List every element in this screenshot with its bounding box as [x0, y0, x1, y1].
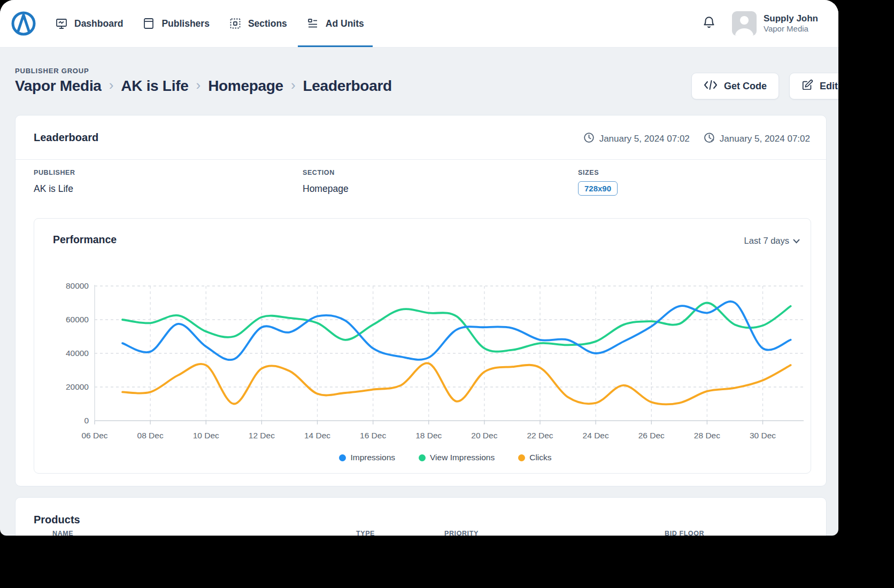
ad-unit-card: Leaderboard January 5, 2024 07:02 Janua	[15, 115, 827, 486]
nav-item-publishers[interactable]: Publishers	[142, 0, 209, 47]
legend-item-view-impressions[interactable]: View Impressions	[419, 453, 495, 462]
breadcrumb: Vapor Media › AK is Life › Homepage › Le…	[15, 78, 392, 95]
chevron-right-icon: ›	[109, 77, 114, 94]
svg-text:40000: 40000	[66, 349, 89, 358]
legend-item-clicks[interactable]: Clicks	[518, 453, 551, 462]
header-actions: Get Code Edit	[691, 73, 838, 99]
nav-item-label: Sections	[248, 18, 287, 29]
svg-text:60000: 60000	[66, 315, 89, 324]
notifications-bell-icon[interactable]	[702, 16, 716, 32]
updated-timestamp: January 5, 2024 07:02	[704, 132, 810, 146]
nav-item-label: Ad Units	[326, 18, 364, 29]
products-title: Products	[34, 514, 80, 526]
app-window: Dashboard Publishers Sec	[0, 0, 838, 536]
column-header-type: TYPE	[356, 530, 375, 536]
sections-icon	[229, 17, 242, 30]
user-name: Supply John	[764, 13, 838, 24]
section-label: SECTION	[303, 169, 349, 176]
products-table-header: NAME TYPE PRIORITY BID FLOOR	[16, 530, 826, 536]
clock-icon	[583, 132, 595, 146]
nav-item-dashboard[interactable]: Dashboard	[55, 0, 123, 47]
svg-text:08 Dec: 08 Dec	[137, 431, 164, 440]
sizes-label: SIZES	[578, 169, 618, 176]
nav-right: Supply John Vapor Media	[702, 0, 838, 47]
edit-button[interactable]: Edit	[789, 73, 838, 99]
dashboard-icon	[55, 17, 68, 30]
publisher-group-label: PUBLISHER GROUP	[15, 67, 89, 75]
performance-chart: 06 Dec08 Dec10 Dec12 Dec14 Dec16 Dec18 D…	[34, 219, 812, 474]
created-timestamp: January 5, 2024 07:02	[583, 132, 690, 146]
svg-text:14 Dec: 14 Dec	[304, 431, 330, 440]
legend-dot	[419, 454, 426, 461]
svg-text:18 Dec: 18 Dec	[415, 431, 442, 440]
breadcrumb-section[interactable]: Homepage	[208, 78, 283, 95]
get-code-label: Get Code	[724, 81, 767, 92]
section-value: Homepage	[303, 183, 349, 195]
sizes-field: SIZES 728x90	[578, 169, 618, 196]
products-card: Products NAME TYPE PRIORITY BID FLOOR	[15, 497, 827, 536]
publisher-field: PUBLISHER AK is Life	[34, 169, 75, 195]
svg-text:22 Dec: 22 Dec	[527, 431, 553, 440]
logo-icon	[11, 11, 36, 36]
column-header-name: NAME	[52, 530, 73, 536]
app-logo[interactable]	[11, 11, 36, 36]
svg-text:0: 0	[84, 416, 89, 425]
clock-edit-icon	[704, 132, 715, 146]
card-divider	[16, 159, 826, 160]
nav-item-sections[interactable]: Sections	[229, 0, 287, 47]
svg-text:20000: 20000	[66, 382, 89, 391]
user-menu[interactable]: Supply John Vapor Media	[764, 13, 838, 34]
legend-label: View Impressions	[430, 453, 495, 462]
svg-text:30 Dec: 30 Dec	[750, 431, 776, 440]
column-header-priority: PRIORITY	[444, 530, 479, 536]
updated-timestamp-value: January 5, 2024 07:02	[720, 134, 810, 144]
legend-dot	[518, 454, 525, 461]
column-header-bid-floor: BID FLOOR	[665, 530, 704, 536]
legend-label: Clicks	[529, 453, 551, 462]
section-field: SECTION Homepage	[303, 169, 349, 195]
edit-icon	[801, 79, 813, 94]
ad-units-icon	[306, 17, 319, 30]
breadcrumb-publisher-group[interactable]: Vapor Media	[15, 78, 102, 95]
legend-item-impressions[interactable]: Impressions	[339, 453, 395, 462]
top-nav: Dashboard Publishers Sec	[0, 0, 838, 48]
publishers-icon	[142, 17, 155, 30]
code-icon	[704, 80, 718, 93]
svg-text:16 Dec: 16 Dec	[360, 431, 386, 440]
publisher-label: PUBLISHER	[34, 169, 75, 176]
created-timestamp-value: January 5, 2024 07:02	[599, 134, 690, 144]
chevron-right-icon: ›	[291, 77, 296, 94]
breadcrumb-ad-unit: Leaderboard	[303, 78, 392, 95]
svg-text:06 Dec: 06 Dec	[81, 431, 107, 440]
size-badge: 728x90	[578, 181, 618, 196]
svg-text:26 Dec: 26 Dec	[638, 431, 665, 440]
edit-label: Edit	[820, 81, 838, 92]
svg-text:24 Dec: 24 Dec	[583, 431, 609, 440]
svg-text:20 Dec: 20 Dec	[471, 431, 497, 440]
breadcrumb-publisher[interactable]: AK is Life	[121, 78, 188, 95]
nav-item-ad-units[interactable]: Ad Units	[306, 0, 364, 47]
svg-text:12 Dec: 12 Dec	[249, 431, 275, 440]
nav-item-label: Publishers	[161, 18, 209, 29]
svg-text:80000: 80000	[66, 281, 89, 290]
nav-item-label: Dashboard	[74, 18, 123, 29]
svg-text:10 Dec: 10 Dec	[193, 431, 219, 440]
legend-dot	[339, 454, 346, 461]
performance-panel: Performance Last 7 days 06 Dec08 Dec10 D…	[34, 218, 811, 474]
person-icon	[732, 11, 757, 36]
user-avatar[interactable]	[732, 11, 757, 36]
publisher-value: AK is Life	[34, 183, 75, 195]
chevron-right-icon: ›	[196, 77, 201, 94]
ad-unit-title: Leaderboard	[34, 131, 98, 144]
legend-label: Impressions	[350, 453, 395, 462]
timestamps: January 5, 2024 07:02 January 5, 2024 07…	[583, 132, 810, 146]
svg-text:28 Dec: 28 Dec	[694, 431, 720, 440]
user-org: Vapor Media	[764, 24, 838, 34]
chart-legend: ImpressionsView ImpressionsClicks	[95, 453, 796, 462]
nav-items: Dashboard Publishers Sec	[55, 0, 364, 47]
get-code-button[interactable]: Get Code	[691, 73, 779, 99]
